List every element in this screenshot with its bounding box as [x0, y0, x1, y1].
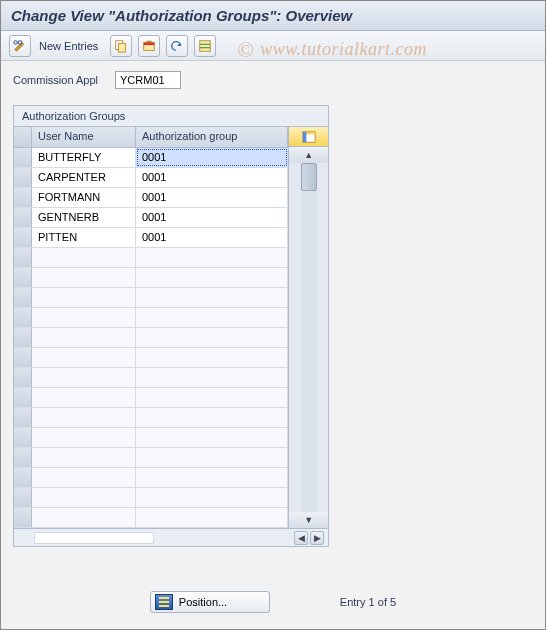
undo-icon	[170, 39, 184, 53]
svg-rect-3	[119, 43, 126, 52]
row-handle[interactable]	[14, 508, 32, 527]
row-handle[interactable]	[14, 148, 32, 167]
scroll-left-button[interactable]: ◀	[294, 531, 308, 545]
cell-user[interactable]	[32, 328, 136, 347]
grid-right-gutter: ▲ ▼	[288, 126, 328, 528]
svg-point-1	[18, 40, 22, 44]
cell-auth[interactable]	[136, 468, 288, 487]
row-handle[interactable]	[14, 208, 32, 227]
table-settings-button[interactable]	[289, 127, 328, 147]
cell-auth[interactable]: 0001	[136, 228, 288, 247]
scroll-track[interactable]	[301, 163, 317, 512]
position-button[interactable]: Position...	[150, 591, 270, 613]
table-row: PITTEN0001	[14, 228, 288, 248]
scroll-thumb[interactable]	[301, 163, 317, 191]
cell-user[interactable]	[32, 368, 136, 387]
cell-user[interactable]	[32, 408, 136, 427]
copy-as-button[interactable]	[110, 35, 132, 57]
grid-header: User Name Authorization group	[14, 127, 288, 148]
copy-icon	[114, 39, 128, 53]
cell-user[interactable]	[32, 448, 136, 467]
cell-auth[interactable]	[136, 288, 288, 307]
svg-rect-6	[147, 40, 152, 42]
row-handle[interactable]	[14, 368, 32, 387]
table-row-empty	[14, 248, 288, 268]
cell-user[interactable]	[32, 288, 136, 307]
cell-user[interactable]: GENTNERB	[32, 208, 136, 227]
grid-body: BUTTERFLY0001CARPENTER0001FORTMANN0001GE…	[14, 148, 288, 528]
cell-auth[interactable]	[136, 428, 288, 447]
row-handle[interactable]	[14, 248, 32, 267]
table-row-empty	[14, 508, 288, 528]
table-row: CARPENTER0001	[14, 168, 288, 188]
undo-button[interactable]	[166, 35, 188, 57]
cell-auth[interactable]: 0001	[136, 148, 288, 167]
row-handle[interactable]	[14, 328, 32, 347]
cell-user[interactable]	[32, 388, 136, 407]
delete-button[interactable]	[138, 35, 160, 57]
row-handle[interactable]	[14, 428, 32, 447]
cell-user[interactable]	[32, 308, 136, 327]
cell-auth[interactable]	[136, 308, 288, 327]
cell-auth[interactable]: 0001	[136, 188, 288, 207]
table-row-empty	[14, 488, 288, 508]
cell-auth[interactable]	[136, 268, 288, 287]
toolbar: New Entries	[1, 31, 545, 61]
footer: Position... Entry 1 of 5	[1, 585, 545, 619]
new-entries-button[interactable]: New Entries	[37, 40, 104, 52]
toggle-display-change-button[interactable]	[9, 35, 31, 57]
cell-user[interactable]: CARPENTER	[32, 168, 136, 187]
commission-appl-label: Commission Appl	[13, 74, 105, 86]
cell-user[interactable]	[32, 248, 136, 267]
row-handle-header[interactable]	[14, 127, 32, 147]
cell-user[interactable]	[32, 468, 136, 487]
table-row-empty	[14, 448, 288, 468]
row-handle[interactable]	[14, 268, 32, 287]
cell-auth[interactable]: 0001	[136, 168, 288, 187]
row-handle[interactable]	[14, 468, 32, 487]
cell-user[interactable]: PITTEN	[32, 228, 136, 247]
cell-user[interactable]	[32, 508, 136, 527]
cell-auth[interactable]	[136, 248, 288, 267]
row-handle[interactable]	[14, 408, 32, 427]
cell-auth[interactable]	[136, 348, 288, 367]
panel-title: Authorization Groups	[14, 106, 328, 126]
vertical-scrollbar[interactable]: ▲ ▼	[289, 147, 328, 528]
cell-auth[interactable]	[136, 368, 288, 387]
cell-auth[interactable]	[136, 488, 288, 507]
column-header-user[interactable]: User Name	[32, 127, 136, 147]
table-row: BUTTERFLY0001	[14, 148, 288, 168]
scroll-up-button[interactable]: ▲	[289, 147, 328, 163]
svg-rect-7	[200, 40, 211, 51]
cell-user[interactable]	[32, 268, 136, 287]
row-handle[interactable]	[14, 388, 32, 407]
row-handle[interactable]	[14, 228, 32, 247]
cell-auth[interactable]	[136, 508, 288, 527]
select-all-button[interactable]	[194, 35, 216, 57]
cell-auth[interactable]	[136, 408, 288, 427]
scroll-down-button[interactable]: ▼	[289, 512, 328, 528]
grid: User Name Authorization group BUTTERFLY0…	[14, 126, 288, 528]
row-handle[interactable]	[14, 288, 32, 307]
cell-auth[interactable]	[136, 448, 288, 467]
row-handle[interactable]	[14, 168, 32, 187]
cell-user[interactable]	[32, 348, 136, 367]
cell-auth[interactable]	[136, 388, 288, 407]
cell-user[interactable]	[32, 488, 136, 507]
row-handle[interactable]	[14, 348, 32, 367]
commission-appl-input[interactable]	[115, 71, 181, 89]
cell-auth[interactable]	[136, 328, 288, 347]
row-handle[interactable]	[14, 488, 32, 507]
table-row-empty	[14, 368, 288, 388]
cell-auth[interactable]: 0001	[136, 208, 288, 227]
select-all-icon	[198, 39, 212, 53]
cell-user[interactable]: BUTTERFLY	[32, 148, 136, 167]
cell-user[interactable]: FORTMANN	[32, 188, 136, 207]
row-handle[interactable]	[14, 308, 32, 327]
column-header-auth[interactable]: Authorization group	[136, 127, 288, 147]
cell-user[interactable]	[32, 428, 136, 447]
row-handle[interactable]	[14, 188, 32, 207]
scroll-right-button[interactable]: ▶	[310, 531, 324, 545]
row-handle[interactable]	[14, 448, 32, 467]
table-row: FORTMANN0001	[14, 188, 288, 208]
